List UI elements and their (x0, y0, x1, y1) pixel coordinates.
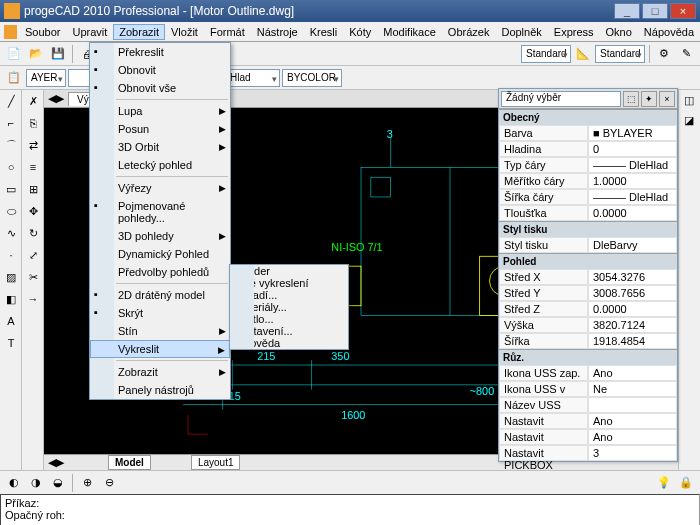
menuitem-pojmenovan-pohledy-[interactable]: ▪Pojmenované pohledy... (90, 197, 230, 227)
region-icon[interactable]: ◧ (1, 289, 21, 309)
sys-icon[interactable] (4, 25, 17, 39)
menuitem-panely-n-stroj-[interactable]: Panely nástrojů (90, 381, 230, 399)
prop-row[interactable]: Ikona USS v poč.Ne (499, 381, 677, 397)
bt4-icon[interactable]: ⊕ (77, 473, 97, 493)
prop-row[interactable]: Nastavit PICKADDAno (499, 413, 677, 429)
menuitem-3d-pohledy[interactable]: 3D pohledy▶ (90, 227, 230, 245)
spline-icon[interactable]: ∿ (1, 223, 21, 243)
menuitem-p-ekreslit[interactable]: ▪Překreslit (90, 43, 230, 61)
prop-row[interactable]: Ikona USS zap.Ano (499, 365, 677, 381)
menu-vložit[interactable]: Vložit (165, 24, 204, 40)
prop-row[interactable]: Typ čáry——— DleHlad (499, 157, 677, 173)
bt2-icon[interactable]: ◑ (26, 473, 46, 493)
menu-obrázek[interactable]: Obrázek (442, 24, 496, 40)
scale-icon[interactable]: ⤢ (23, 245, 43, 265)
rect-icon[interactable]: ▭ (1, 179, 21, 199)
array-icon[interactable]: ⊞ (23, 179, 43, 199)
bt5-icon[interactable]: ⊖ (99, 473, 119, 493)
bt3-icon[interactable]: ◒ (48, 473, 68, 493)
save-icon[interactable]: 💾 (48, 44, 68, 64)
arc-icon[interactable]: ⌒ (1, 135, 21, 155)
line-icon[interactable]: ╱ (1, 91, 21, 111)
rtool-a-icon[interactable]: ◫ (679, 90, 699, 110)
dim-icon[interactable]: 📐 (573, 44, 593, 64)
prop-row[interactable]: Nastavit PICKBOX3 (499, 445, 677, 461)
rtool-b-icon[interactable]: ◪ (679, 110, 699, 130)
circle-icon[interactable]: ○ (1, 157, 21, 177)
menu-modifikace[interactable]: Modifikace (377, 24, 442, 40)
prop-row[interactable]: Název USS (499, 397, 677, 413)
prop-row[interactable]: Šířka1918.4854 (499, 333, 677, 349)
menuitem-obnovit-v-e[interactable]: ▪Obnovit vše (90, 79, 230, 97)
layout1-tab[interactable]: Layout1 (191, 455, 241, 470)
bt6-icon[interactable]: 💡 (654, 473, 674, 493)
color-combo[interactable]: BYCOLOR (282, 69, 342, 87)
maximize-button[interactable]: □ (642, 3, 668, 19)
menuitem-lupa[interactable]: Lupa▶ (90, 102, 230, 120)
point-icon[interactable]: · (1, 245, 21, 265)
offset-icon[interactable]: ≡ (23, 157, 43, 177)
extend-icon[interactable]: → (23, 289, 43, 309)
menu-nápověda[interactable]: Nápověda (638, 24, 700, 40)
trim-icon[interactable]: ✂ (23, 267, 43, 287)
mirror-icon[interactable]: ⇄ (23, 135, 43, 155)
menuitem-v-ezy[interactable]: Výřezy▶ (90, 179, 230, 197)
erase-icon[interactable]: ✗ (23, 91, 43, 111)
menuitem-p-edvolby-pohled-[interactable]: Předvolby pohledů (90, 263, 230, 281)
menu-upravit[interactable]: Upravit (66, 24, 113, 40)
rotate-icon[interactable]: ↻ (23, 223, 43, 243)
prop-row[interactable]: Výška3820.7124 (499, 317, 677, 333)
open-icon[interactable]: 📂 (26, 44, 46, 64)
prop-btn-b[interactable]: ✦ (641, 91, 657, 107)
prop-row[interactable]: Měřítko čáry1.0000 (499, 173, 677, 189)
bt1-icon[interactable]: ◐ (4, 473, 24, 493)
move-icon[interactable]: ✥ (23, 201, 43, 221)
selection-combo[interactable]: Žádný výběr (501, 91, 621, 107)
prop-close-button[interactable]: × (659, 91, 675, 107)
menuitem-3d-orbit[interactable]: 3D Orbit▶ (90, 138, 230, 156)
tool-a-icon[interactable]: ⚙ (654, 44, 674, 64)
prop-row[interactable]: Šířka čáry——— DleHlad (499, 189, 677, 205)
menuitem-zobrazit[interactable]: Zobrazit▶ (90, 363, 230, 381)
menu-nástroje[interactable]: Nástroje (251, 24, 304, 40)
menuitem-2d-dr-t-n-model[interactable]: ▪2D drátěný model (90, 286, 230, 304)
hatch-icon[interactable]: ▨ (1, 267, 21, 287)
menu-doplněk[interactable]: Doplněk (495, 24, 547, 40)
prop-row[interactable]: Střed X3054.3276 (499, 269, 677, 285)
close-button[interactable]: × (670, 3, 696, 19)
menu-kresli[interactable]: Kresli (304, 24, 344, 40)
menu-formát[interactable]: Formát (204, 24, 251, 40)
menuitem-posun[interactable]: Posun▶ (90, 120, 230, 138)
menuitem-leteck-pohled[interactable]: Letecký pohled (90, 156, 230, 174)
prop-row[interactable]: Střed Z0.0000 (499, 301, 677, 317)
prop-row[interactable]: Střed Y3008.7656 (499, 285, 677, 301)
style2-combo[interactable]: Standard (595, 45, 645, 63)
menuitem-vykreslit[interactable]: Vykreslit▶ (90, 340, 230, 358)
layer-icon[interactable]: 📋 (4, 68, 24, 88)
copy-icon[interactable]: ⎘ (23, 113, 43, 133)
pline-icon[interactable]: ⌐ (1, 113, 21, 133)
prop-row[interactable]: Nastavit PICKAU...Ano (499, 429, 677, 445)
menuitem-skr-t[interactable]: ▪Skrýt (90, 304, 230, 322)
text-icon[interactable]: A (1, 311, 21, 331)
menu-soubor[interactable]: Soubor (19, 24, 66, 40)
layer-combo[interactable]: AYER (26, 69, 66, 87)
model-tab[interactable]: Model (108, 455, 151, 470)
menuitem-st-n[interactable]: Stín▶ (90, 322, 230, 340)
ellipse-icon[interactable]: ⬭ (1, 201, 21, 221)
menuitem-obnovit[interactable]: ▪Obnovit (90, 61, 230, 79)
menu-okno[interactable]: Okno (600, 24, 638, 40)
menu-zobrazit[interactable]: Zobrazit (113, 24, 165, 40)
prop-row[interactable]: Barva■ BYLAYER (499, 125, 677, 141)
new-icon[interactable]: 📄 (4, 44, 24, 64)
tool-b-icon[interactable]: ✎ (676, 44, 696, 64)
bt7-icon[interactable]: 🔒 (676, 473, 696, 493)
prop-row[interactable]: Tloušťka0.0000 (499, 205, 677, 221)
prop-btn-a[interactable]: ⬚ (623, 91, 639, 107)
mtext-icon[interactable]: T (1, 333, 21, 353)
menu-kóty[interactable]: Kóty (343, 24, 377, 40)
prop-row[interactable]: Styl tiskuDleBarvy (499, 237, 677, 253)
minimize-button[interactable]: _ (614, 3, 640, 19)
menuitem-dynamick-pohled[interactable]: Dynamický Pohled (90, 245, 230, 263)
menu-express[interactable]: Express (548, 24, 600, 40)
